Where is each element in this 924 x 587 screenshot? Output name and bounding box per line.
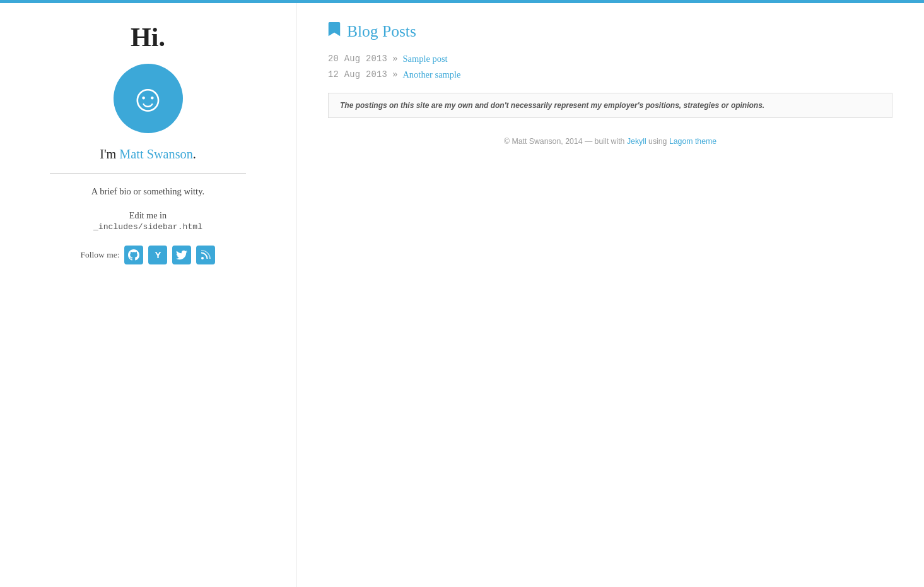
page-layout: Hi. ☺ I'm Matt Swanson. A brief bio or s…	[0, 3, 924, 587]
post-item: 20 Aug 2013 » Sample post	[328, 54, 892, 64]
post-arrow-2: »	[392, 70, 397, 80]
post-arrow-1: »	[392, 54, 397, 64]
bio-text: A brief bio or something witty.	[91, 185, 204, 199]
twitter-icon[interactable]	[172, 246, 191, 264]
author-name: Matt Swanson	[119, 147, 192, 161]
post-item: 12 Aug 2013 » Another sample	[328, 69, 892, 80]
footer-middle: using	[646, 137, 669, 146]
avatar-face: ☺	[129, 80, 167, 117]
avatar: ☺	[114, 64, 183, 133]
post-list: 20 Aug 2013 » Sample post 12 Aug 2013 » …	[328, 54, 892, 80]
blog-posts-header: Blog Posts	[328, 22, 892, 41]
footer-prefix: © Matt Swanson, 2014 — built with	[504, 137, 627, 146]
sidebar: Hi. ☺ I'm Matt Swanson. A brief bio or s…	[0, 3, 296, 587]
post-date-2: 12 Aug 2013	[328, 70, 387, 80]
github-icon[interactable]	[124, 246, 143, 264]
disclaimer-box: The postings on this site are my own and…	[328, 93, 892, 118]
greeting-text: Hi.	[131, 22, 165, 52]
lagom-link[interactable]: Lagom theme	[669, 137, 716, 146]
edit-prefix: Edit me in	[129, 210, 167, 220]
edit-path: _includes/sidebar.html	[93, 222, 202, 232]
bookmark-icon	[328, 22, 341, 41]
ycombinator-icon[interactable]: Y	[148, 246, 167, 264]
sidebar-divider	[50, 173, 246, 174]
footer: © Matt Swanson, 2014 — built with Jekyll…	[328, 137, 892, 146]
follow-row: Follow me: Y	[81, 246, 216, 264]
follow-label: Follow me:	[81, 250, 120, 260]
svg-point-0	[201, 257, 204, 259]
post-date-1: 20 Aug 2013	[328, 54, 387, 64]
main-content: Blog Posts 20 Aug 2013 » Sample post 12 …	[296, 3, 924, 587]
post-link-2[interactable]: Another sample	[402, 69, 460, 80]
post-link-1[interactable]: Sample post	[402, 54, 447, 64]
edit-instruction: Edit me in _includes/sidebar.html	[93, 210, 202, 232]
intro-text: I'm Matt Swanson.	[100, 147, 196, 162]
jekyll-link[interactable]: Jekyll	[627, 137, 646, 146]
rss-icon[interactable]	[196, 246, 215, 264]
disclaimer-text: The postings on this site are my own and…	[340, 101, 880, 110]
blog-posts-title: Blog Posts	[347, 22, 416, 41]
intro-suffix: .	[193, 147, 196, 161]
intro-prefix: I'm	[100, 147, 119, 161]
